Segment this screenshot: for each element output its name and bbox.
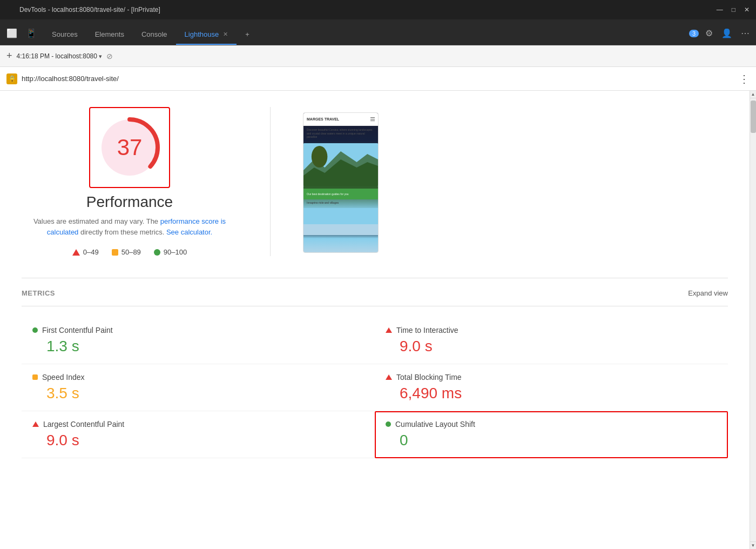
stop-icon[interactable]: ⊘ [106,52,113,61]
metrics-grid: First Contentful Paint 1.3 s Time to Int… [22,317,728,458]
metric-cls-value: 0 [386,432,717,449]
score-number: 37 [117,135,143,160]
tab-console[interactable]: Console [133,25,176,45]
restore-button[interactable]: □ [732,6,735,14]
score-circle-container: 37 [89,107,170,188]
svg-point-5 [312,146,328,168]
scrollbar-track[interactable]: ▲ ▼ [750,91,756,549]
preview-caption: Innaprino rixle and villages [303,199,378,206]
metric-tbt: Total Blocking Time 6,490 ms [375,364,728,411]
metrics-label: METRICS [22,289,55,297]
more-icon[interactable]: ⋯ [739,26,752,41]
metrics-header: METRICS Expand view [22,289,728,297]
metric-tti-header: Time to Interactive [386,326,717,334]
url-more-icon[interactable]: ⋮ [739,72,750,85]
metric-fcp-name: First Contentful Paint [42,326,113,334]
url-text[interactable]: http://localhost:8080/travel-site/ [22,75,734,83]
performance-title: Performance [86,193,173,211]
metric-lcp-value: 9.0 s [32,432,364,449]
green-circle-icon [154,249,160,256]
performance-section: 37 Performance Values are estimated and … [22,102,728,256]
fcp-indicator-icon [32,327,38,333]
score-circle: 37 [97,115,162,180]
settings-icon[interactable]: ⚙ [703,26,715,41]
metric-cls-header: Cumulative Layout Shift [386,420,717,429]
metric-fcp-header: First Contentful Paint [32,326,364,334]
tab-right-icons: 3 ⚙ 👤 ⋯ [689,26,752,45]
preview-sky-image [303,208,378,235]
security-icon: 🔒 [6,73,17,84]
tab-close-icon[interactable]: ✕ [223,31,228,38]
svg-rect-7 [303,224,378,235]
expand-view-button[interactable]: Expand view [688,289,728,297]
site-preview-image: MARGES TRAVEL Discover beautiful Corsica… [303,112,379,253]
metric-tbt-name: Total Blocking Time [396,373,462,381]
main-content: 37 Performance Values are estimated and … [0,91,756,549]
metric-cls-name: Cumulative Layout Shift [395,420,475,429]
new-tab-icon[interactable]: + [6,50,12,62]
score-area: 37 Performance Values are estimated and … [22,107,238,256]
scroll-down-arrow[interactable]: ▼ [750,541,756,549]
metric-si: Speed Index 3.5 s [22,364,375,411]
scrollbar-thumb[interactable] [751,101,756,133]
url-bar: 🔒 http://localhost:8080/travel-site/ ⋮ [0,67,756,91]
tti-indicator-icon [386,327,392,333]
window-controls[interactable]: — □ ✕ [717,6,750,14]
tab-left-icons: ⬜ 📱 [4,26,43,45]
metric-tti-value: 9.0 s [386,338,717,355]
metric-tti: Time to Interactive 9.0 s [375,317,728,364]
scroll-up-arrow[interactable]: ▲ [750,91,756,98]
metric-lcp-header: Largest Contentful Paint [32,420,364,429]
preview-site-title: MARGES TRAVEL [307,117,339,121]
preview-mountain-image [303,143,378,186]
time-display: 4:16:18 PM - localhost:8080 ▾ [17,52,103,60]
metric-tti-name: Time to Interactive [396,326,458,334]
legend: 0–49 50–89 90–100 [72,248,187,256]
legend-orange: 50–89 [112,248,141,256]
preview-description: Discover beautiful Corsica, where stunni… [307,128,375,139]
metric-si-value: 3.5 s [32,385,364,402]
metrics-divider-2 [22,306,728,306]
title-bar: DevTools - localhost:8080/travel-site/ -… [0,0,756,19]
addr-dropdown-icon[interactable]: ▾ [99,53,102,59]
devtools-panel: ⬜ 📱 Sources Elements Console Lighthouse … [0,19,756,549]
notification-badge: 3 [689,30,699,37]
window-title: DevTools - localhost:8080/travel-site/ -… [19,6,160,14]
si-indicator-icon [32,374,38,380]
minimize-button[interactable]: — [717,6,723,14]
preview-green-text: Our best destination guides for you [307,192,349,196]
close-button[interactable]: ✕ [744,6,750,14]
tab-sources[interactable]: Sources [43,25,86,45]
metric-si-name: Speed Index [42,373,85,381]
cls-indicator-icon [386,421,391,427]
tab-lighthouse[interactable]: Lighthouse ✕ [176,25,237,45]
performance-description: Values are estimated and may vary. The p… [22,216,238,237]
browser-icon [6,5,15,14]
metric-fcp-value: 1.3 s [32,338,364,355]
metric-lcp: Largest Contentful Paint 9.0 s [22,411,375,458]
metric-si-header: Speed Index [32,373,364,381]
red-triangle-icon [72,249,80,256]
orange-square-icon [112,249,118,256]
device-icon[interactable]: 📱 [24,26,39,41]
metric-cls: Cumulative Layout Shift 0 [375,411,728,458]
tab-add[interactable]: + [237,25,258,45]
tab-elements[interactable]: Elements [86,25,133,45]
preview-header: MARGES TRAVEL [303,113,378,126]
addr-dash: - [51,52,55,60]
inspect-icon[interactable]: ⬜ [4,26,19,41]
metric-lcp-name: Largest Contentful Paint [43,420,124,429]
address-bar: + 4:16:18 PM - localhost:8080 ▾ ⊘ [0,45,756,67]
preview-green-section: Our best destination guides for you [303,189,378,199]
tab-bar: ⬜ 📱 Sources Elements Console Lighthouse … [0,19,756,45]
preview-hamburger-icon [370,117,375,121]
content-area: 37 Performance Values are estimated and … [0,91,750,549]
legend-green: 90–100 [154,248,187,256]
metric-tbt-value: 6,490 ms [386,385,717,402]
metrics-divider [22,278,728,278]
site-preview: MARGES TRAVEL Discover beautiful Corsica… [303,112,379,253]
profile-icon[interactable]: 👤 [719,26,734,41]
vertical-divider [270,107,271,256]
calculator-link[interactable]: See calculator. [166,228,212,236]
lcp-indicator-icon [32,421,39,427]
